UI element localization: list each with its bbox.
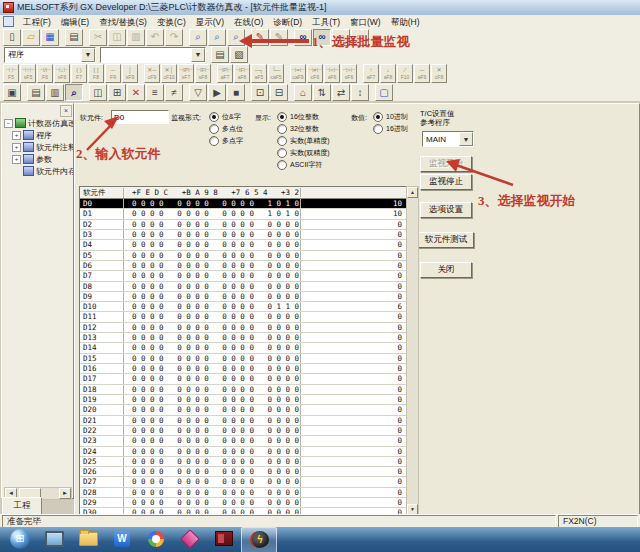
expand-icon[interactable]: + [12, 131, 21, 140]
radio-real-double[interactable]: 实数(双精度) [277, 147, 330, 159]
new-icon[interactable]: ▯ [3, 29, 21, 46]
comment-window-button[interactable]: ▧ [230, 46, 248, 63]
tab-project[interactable]: 工程 [2, 497, 42, 514]
jump-icon[interactable]: ▽ [189, 84, 207, 101]
expand-icon[interactable]: + [12, 143, 21, 152]
table-row[interactable]: D10 0 0 0 0 0 0 0 0 0 0 0 0 0 1 1 0 6 [80, 302, 407, 312]
chevron-down-icon[interactable]: ▼ [191, 48, 205, 62]
scroll-right-icon[interactable]: ► [59, 488, 71, 499]
statement-display-icon[interactable]: ▥ [46, 84, 64, 101]
print-icon[interactable]: ▤ [65, 29, 83, 46]
table-row[interactable]: D21 0 0 0 0 0 0 0 0 0 0 0 0 0 0 0 0 0 [80, 416, 407, 426]
tree-item-device-comment[interactable]: + 软元件注释 [2, 141, 73, 153]
split-window-icon[interactable]: ◫ [89, 84, 107, 101]
program-check-icon[interactable]: ✎ [251, 29, 269, 46]
gx-developer-app[interactable]: ϟ [241, 527, 277, 552]
comment-display-icon[interactable]: ▤ [27, 84, 45, 101]
expand-icon[interactable]: + [12, 155, 21, 164]
zoom-monitor-icon[interactable]: ⌕ [65, 84, 83, 101]
ladder-symbol-button[interactable]: ─ aF9 [414, 64, 430, 83]
table-row[interactable]: D8 0 0 0 0 0 0 0 0 0 0 0 0 0 0 0 0 0 [80, 282, 407, 292]
stop-icon[interactable]: ■ [227, 84, 245, 101]
redo-icon[interactable]: ↷ [165, 29, 183, 46]
menu-item[interactable]: 查找/替换(S) [94, 16, 152, 28]
table-row[interactable]: D5 0 0 0 0 0 0 0 0 0 0 0 0 0 0 0 0 0 [80, 251, 407, 261]
menu-item[interactable]: 工程(F) [18, 16, 56, 28]
menu-item[interactable]: 窗口(W) [345, 16, 386, 28]
ladder-symbol-button[interactable]: ⊣ ⊢ F5 [3, 64, 19, 83]
radio-multi-word[interactable]: 多点字 [209, 135, 243, 147]
table-row[interactable]: D26 0 0 0 0 0 0 0 0 0 0 0 0 0 0 0 0 0 [80, 467, 407, 477]
find-icon[interactable]: ⌕ [189, 29, 207, 46]
menu-item[interactable]: 显示(V) [191, 16, 229, 28]
menu-item[interactable]: 变换(C) [152, 16, 191, 28]
table-row[interactable]: D23 0 0 0 0 0 0 0 0 0 0 0 0 0 0 0 0 0 [80, 436, 407, 446]
ladder-symbol-button[interactable]: │ sF9 [122, 64, 138, 83]
expand-icon[interactable]: ↕ [351, 84, 369, 101]
media-app[interactable] [207, 527, 241, 551]
table-row[interactable]: D3 0 0 0 0 0 0 0 0 0 0 0 0 0 0 0 0 0 [80, 230, 407, 240]
cut-icon[interactable]: ✂ [89, 29, 107, 46]
table-row[interactable]: D13 0 0 0 0 0 0 0 0 0 0 0 0 0 0 0 0 0 [80, 333, 407, 343]
table-row[interactable]: D22 0 0 0 0 0 0 0 0 0 0 0 0 0 0 0 0 0 [80, 426, 407, 436]
ladder-symbol-button[interactable]: ⊣=⊢ caF9 [290, 64, 306, 83]
project-data-list-icon[interactable]: ▣ [3, 84, 21, 101]
comment-frame-icon[interactable]: ▢ [375, 84, 393, 101]
radio-16bit-int[interactable]: 16位整数 [277, 111, 330, 123]
program-edit-icon[interactable]: ✎ [270, 29, 288, 46]
open-icon[interactable]: ▱ [22, 29, 40, 46]
ladder-symbol-button[interactable]: ⊣/⊢ F6 [37, 64, 53, 83]
paste-icon[interactable]: ▥ [127, 29, 145, 46]
tree-item-parameter[interactable]: + 参数 [2, 153, 73, 165]
table-row[interactable]: D9 0 0 0 0 0 0 0 0 0 0 0 0 0 0 0 0 0 [80, 292, 407, 302]
insert-row-icon[interactable]: ⊞ [108, 84, 126, 101]
monitor-mode-icon[interactable]: ∞ [294, 29, 312, 46]
radio-hex[interactable]: 16进制 [373, 123, 408, 135]
close-icon[interactable]: × [60, 105, 72, 117]
browser-app[interactable] [139, 527, 173, 551]
chevron-down-icon[interactable]: ▼ [459, 132, 473, 146]
ladder-symbol-button[interactable]: ✕─ cF9 [144, 64, 160, 83]
ladder-symbol-button[interactable]: ∕ F10 [397, 64, 413, 83]
table-row[interactable]: D29 0 0 0 0 0 0 0 0 0 0 0 0 0 0 0 0 0 [80, 498, 407, 508]
ladder-symbol-button[interactable]: ⊣↑⊢ sF5 [20, 64, 36, 83]
menu-item[interactable]: 在线(O) [229, 16, 268, 28]
table-row[interactable]: D7 0 0 0 0 0 0 0 0 0 0 0 0 0 0 0 0 0 [80, 271, 407, 281]
ladder-symbol-button[interactable]: ⊣<⊢ aF6 [324, 64, 340, 83]
device-input[interactable] [111, 110, 169, 124]
ladder-symbol-button[interactable]: ⊣P⊢ aF7 [217, 64, 233, 83]
sort-swap-icon[interactable]: ⇄ [332, 84, 350, 101]
new-window-button[interactable]: ▤ [211, 46, 229, 63]
collapse-icon[interactable]: − [4, 119, 13, 128]
delete-icon[interactable]: ✕ [127, 84, 145, 101]
alias-display-icon[interactable]: ≡ [146, 84, 164, 101]
explorer-app[interactable] [71, 527, 105, 551]
table-row[interactable]: D11 0 0 0 0 0 0 0 0 0 0 0 0 0 0 0 0 0 [80, 312, 407, 322]
start-button[interactable]: ⊞ [3, 527, 37, 551]
save-icon[interactable]: ▦ [41, 29, 59, 46]
run-icon[interactable]: ▶ [208, 84, 226, 101]
table-row[interactable]: D19 0 0 0 0 0 0 0 0 0 0 0 0 0 0 0 0 0 [80, 395, 407, 405]
wps-app[interactable]: W [105, 527, 139, 551]
ladder-symbol-button[interactable]: ─┐ aF5 [251, 64, 267, 83]
ladder-symbol-button[interactable]: ─ F9 [105, 64, 121, 83]
device-test-button[interactable]: 软元件测试 [418, 232, 474, 248]
program-name-combobox[interactable]: ▼ [100, 47, 206, 63]
table-row[interactable]: D14 0 0 0 0 0 0 0 0 0 0 0 0 0 0 0 0 0 [80, 343, 407, 353]
table-row[interactable]: D28 0 0 0 0 0 0 0 0 0 0 0 0 0 0 0 0 0 [80, 488, 407, 498]
option-settings-button[interactable]: 选项设置 [420, 202, 472, 218]
ladder-symbol-button[interactable]: ↑ aF7 [363, 64, 379, 83]
ladder-symbol-button[interactable]: ⊣>⊢ sF6 [341, 64, 357, 83]
ladder-symbol-button[interactable]: ✕ cF8 [431, 64, 447, 83]
ladder-symbol-button[interactable]: └─ caF5 [268, 64, 284, 83]
table-row[interactable]: D1 0 0 0 0 0 0 0 0 0 0 0 0 1 0 1 0 10 [80, 209, 407, 219]
ladder-symbol-button[interactable]: ✕│ cF10 [161, 64, 177, 83]
table-row[interactable]: D15 0 0 0 0 0 0 0 0 0 0 0 0 0 0 0 0 0 [80, 354, 407, 364]
simulator-app[interactable] [37, 527, 71, 551]
radio-bit-word[interactable]: 位&字 [209, 111, 243, 123]
table-row[interactable]: D27 0 0 0 0 0 0 0 0 0 0 0 0 0 0 0 0 0 [80, 477, 407, 487]
home-icon[interactable]: ⌂ [294, 84, 312, 101]
program-type-combobox[interactable]: 程序 ▼ [4, 47, 96, 63]
close-button[interactable]: 关闭 [420, 262, 472, 278]
menu-item[interactable]: 帮助(H) [386, 16, 425, 28]
